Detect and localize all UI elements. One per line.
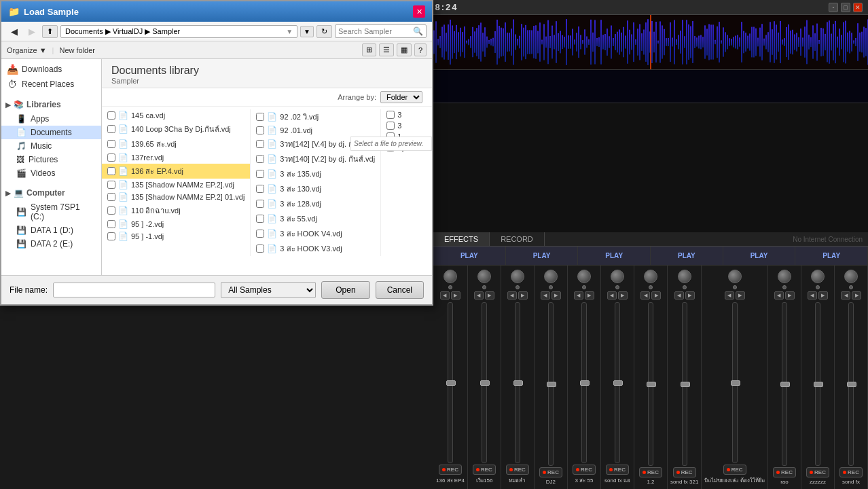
file-checkbox[interactable]: [107, 193, 115, 201]
file-checkbox[interactable]: [256, 244, 264, 253]
pad-rec-btn-10[interactable]: REC: [806, 467, 829, 477]
file-item[interactable]: 📄140 Loop 3Cha By Dj.กันล์.vdj: [102, 122, 250, 137]
pad-fader-6[interactable]: [648, 302, 653, 466]
nav-back-button[interactable]: ◀: [7, 25, 22, 38]
maximize-button[interactable]: □: [841, 3, 850, 12]
play-btn-2[interactable]: PLAY: [506, 247, 579, 265]
play-btn-6[interactable]: PLAY: [795, 247, 868, 265]
pad-transport-btn[interactable]: ◀: [841, 291, 850, 300]
nav-up-button[interactable]: ⬆: [42, 25, 58, 38]
file-item[interactable]: 📄95 ] -1.vdj: [102, 230, 250, 242]
tab-record[interactable]: RECORD: [490, 232, 545, 246]
file-item[interactable]: 📄3 สะ HOOK V3.vdj: [251, 241, 380, 256]
pad-transport-btn[interactable]: ◀: [474, 291, 484, 300]
pad-rec-btn-1[interactable]: REC: [473, 465, 496, 475]
file-item[interactable]: 📄92 .01.vdj: [251, 124, 380, 137]
file-checkbox[interactable]: [256, 170, 264, 178]
file-checkbox[interactable]: [256, 140, 264, 148]
file-item[interactable]: 📄3 สะ 55.vdj: [251, 211, 380, 226]
filename-input[interactable]: [53, 283, 215, 297]
pad-transport-btn[interactable]: ◀: [507, 291, 517, 300]
file-item[interactable]: 📄3 สะ 130.vdj: [251, 181, 380, 196]
pad-rec-btn-5[interactable]: REC: [606, 465, 629, 475]
pad-transport-btn[interactable]: ▶: [818, 291, 828, 300]
sidebar-item-pictures[interactable]: 🖼 Pictures: [1, 153, 101, 166]
pad-transport-btn[interactable]: ◀: [574, 291, 583, 300]
file-checkbox[interactable]: [107, 220, 115, 228]
sidebar-item-documents[interactable]: 📄 Documents: [1, 126, 101, 139]
file-checkbox[interactable]: [256, 126, 264, 134]
open-button[interactable]: Open: [321, 281, 369, 299]
file-checkbox[interactable]: [386, 122, 395, 130]
file-item[interactable]: 3: [381, 109, 432, 120]
file-checkbox[interactable]: [107, 232, 115, 240]
pad-fader-10[interactable]: [815, 302, 820, 466]
file-checkbox[interactable]: [256, 215, 264, 223]
pad-fader-9[interactable]: [782, 302, 787, 466]
sidebar-group-computer[interactable]: ▶ 💻 Computer: [1, 185, 101, 200]
pad-transport-btn[interactable]: ▶: [618, 291, 628, 300]
file-item[interactable]: 📄139.65 สะ.vdj: [102, 137, 250, 151]
play-btn-1[interactable]: PLAY: [433, 247, 506, 265]
play-btn-5[interactable]: PLAY: [723, 247, 796, 265]
sidebar-group-libraries[interactable]: ▶ 📚 Libraries: [1, 97, 101, 112]
file-checkbox[interactable]: [256, 155, 264, 163]
file-checkbox[interactable]: [107, 111, 115, 120]
pad-rec-btn-9[interactable]: REC: [773, 467, 796, 477]
help-button[interactable]: ?: [414, 43, 427, 56]
pad-transport-btn[interactable]: ▶: [651, 291, 661, 300]
file-item[interactable]: 📄135 [Shadow NAMMz EP.2] 01.vdj: [102, 191, 250, 203]
pad-transport-btn[interactable]: ▶: [852, 291, 861, 300]
arrange-by-select[interactable]: Folder: [380, 91, 422, 103]
pad-fader-8[interactable]: [732, 302, 738, 463]
pad-transport-btn[interactable]: ▶: [736, 291, 745, 300]
file-checkbox[interactable]: [256, 113, 264, 121]
file-checkbox[interactable]: [107, 181, 115, 189]
pad-knob-5[interactable]: [611, 270, 624, 283]
pad-transport-btn[interactable]: ▶: [685, 291, 695, 300]
dialog-close-button[interactable]: ✕: [413, 5, 425, 18]
sidebar-item-music[interactable]: 🎵 Music: [1, 139, 101, 153]
file-item[interactable]: 📄95 ] -2.vdj: [102, 218, 250, 230]
filetype-select[interactable]: All Samples: [221, 282, 316, 298]
close-button[interactable]: ✕: [853, 3, 863, 12]
pad-fader-0[interactable]: [448, 302, 453, 463]
pad-knob-6[interactable]: [644, 270, 657, 283]
pad-transport-btn[interactable]: ▶: [518, 291, 528, 300]
view-details-button[interactable]: ▦: [397, 43, 412, 56]
breadcrumb-bar[interactable]: Documents ▶ VirtualDJ ▶ Sampler ▼: [60, 25, 297, 38]
nav-forward-button[interactable]: ▶: [24, 25, 39, 38]
pad-rec-btn-11[interactable]: REC: [839, 467, 863, 477]
pad-rec-btn-6[interactable]: REC: [639, 467, 662, 477]
pad-knob-8[interactable]: [728, 270, 742, 283]
file-item[interactable]: 📄145 ca.vdj: [102, 109, 250, 122]
pad-transport-btn[interactable]: ◀: [808, 291, 817, 300]
view-list-button[interactable]: ☰: [379, 43, 394, 56]
pad-transport-btn[interactable]: ◀: [640, 291, 650, 300]
pad-rec-btn-2[interactable]: REC: [506, 465, 529, 475]
pad-transport-btn[interactable]: ▶: [485, 291, 494, 300]
pad-fader-2[interactable]: [515, 302, 520, 463]
pad-knob-0[interactable]: [444, 270, 457, 283]
sidebar-item-apps[interactable]: 📱 Apps: [1, 112, 101, 126]
pad-knob-7[interactable]: [678, 270, 691, 283]
pad-transport-btn[interactable]: ◀: [725, 291, 734, 300]
pad-transport-btn[interactable]: ▶: [785, 291, 795, 300]
sidebar-item-drive-c[interactable]: 💾 System 7SP1 (C:): [1, 200, 101, 223]
cancel-button[interactable]: Cancel: [376, 281, 424, 299]
file-checkbox[interactable]: [107, 206, 115, 215]
file-item[interactable]: 📄135 [Shadow NAMMz EP.2].vdj: [102, 179, 250, 191]
file-checkbox[interactable]: [107, 125, 115, 133]
sidebar-item-downloads[interactable]: 📥 Downloads: [1, 62, 101, 77]
file-checkbox[interactable]: [256, 200, 264, 208]
sidebar-item-drive-e[interactable]: 💾 DATA 2 (E:): [1, 237, 101, 251]
pad-knob-2[interactable]: [511, 270, 524, 283]
pad-transport-btn[interactable]: ▶: [451, 291, 460, 300]
pad-transport-btn[interactable]: ◀: [774, 291, 784, 300]
pad-rec-btn-8[interactable]: REC: [723, 465, 746, 475]
file-item[interactable]: 3: [381, 120, 432, 131]
file-item[interactable]: 📄3 สะ 128.vdj: [251, 196, 380, 211]
minimize-button[interactable]: -: [829, 3, 838, 12]
view-grid-button[interactable]: ⊞: [362, 43, 376, 56]
search-input[interactable]: [338, 27, 413, 35]
